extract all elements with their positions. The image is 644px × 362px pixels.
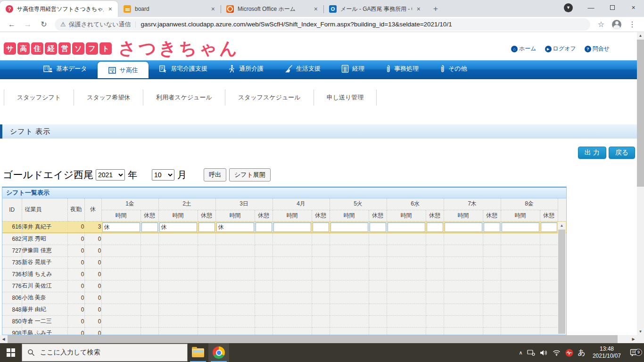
shift-break-input[interactable] <box>370 222 386 232</box>
horizontal-scrollbar-thumb[interactable] <box>8 335 618 343</box>
table-scrollbar[interactable]: ▲ <box>558 222 566 335</box>
call-button[interactable]: 呼出 <box>204 168 226 181</box>
tab-close-icon[interactable]: × <box>416 5 421 13</box>
shift-break-input[interactable] <box>484 222 500 232</box>
scroll-left-icon[interactable]: ◀ <box>0 335 7 343</box>
start-button[interactable] <box>0 343 22 362</box>
nav-item-基本データ[interactable]: 基本データ <box>33 59 98 78</box>
nav-item-居宅介護支援[interactable]: 居宅介護支援 <box>149 59 218 78</box>
insecure-warning-icon[interactable]: ⚠ <box>60 21 66 28</box>
taskbar-chrome-button[interactable] <box>208 343 229 362</box>
volume-icon[interactable] <box>540 350 548 356</box>
earthquake-alert-icon[interactable] <box>565 349 574 357</box>
bookmark-star-icon[interactable]: ☆ <box>594 18 608 31</box>
forward-button[interactable]: → <box>21 18 34 31</box>
tablet-mode-icon[interactable] <box>527 350 536 356</box>
scroll-up-icon[interactable]: ▲ <box>558 222 566 229</box>
nav-item-通所介護[interactable]: 通所介護 <box>218 59 274 78</box>
table-row[interactable]: 850寺倉 一二三00 <box>2 315 566 327</box>
shift-time-input[interactable]: 休 <box>102 222 140 232</box>
cell-day-break <box>540 233 558 245</box>
shift-break-input[interactable] <box>313 222 329 232</box>
vertical-scrollbar-thumb[interactable] <box>637 40 644 187</box>
table-scrollbar-thumb[interactable] <box>558 230 565 334</box>
shift-break-input[interactable] <box>427 222 443 232</box>
table-row[interactable]: 616澤井 真紀子03休休休 <box>2 221 566 233</box>
back-button[interactable]: ← <box>5 18 18 31</box>
nav-item-生活支援[interactable]: 生活支援 <box>274 59 331 78</box>
vertical-scrollbar[interactable]: ▲ ▼ <box>637 32 644 335</box>
ime-indicator[interactable]: あ <box>578 348 586 358</box>
scroll-right-icon[interactable]: ▶ <box>630 335 637 343</box>
browser-tab[interactable]: Microsoft Office ホーム× <box>221 1 323 17</box>
shift-break-input[interactable] <box>198 222 215 232</box>
tab-close-icon[interactable]: × <box>210 5 216 13</box>
month-select[interactable]: 10 <box>152 169 174 181</box>
profile-avatar[interactable] <box>612 20 621 29</box>
cell-day-time <box>101 256 140 268</box>
top-link-ログオフ[interactable]: ►ログオフ <box>545 45 576 53</box>
subnav-item-スタッフシフト[interactable]: スタッフシフト <box>4 90 74 106</box>
shift-time-input[interactable] <box>330 222 368 232</box>
subnav-item-利用者スケジュール[interactable]: 利用者スケジュール <box>143 90 225 106</box>
chrome-update-icon[interactable]: ▼ <box>564 3 573 12</box>
table-row[interactable]: 848藤井 由紀00 <box>2 304 566 315</box>
table-row[interactable]: 736杉浦 ちえみ00 <box>2 268 566 280</box>
minimize-button[interactable]: — <box>580 0 602 15</box>
tab-close-icon[interactable]: × <box>107 5 113 13</box>
browser-tab[interactable]: board× <box>118 1 221 17</box>
header-time: 時間 <box>501 210 540 221</box>
shift-time-input[interactable]: 休 <box>159 222 197 232</box>
top-link-ホーム[interactable]: ⌂ホーム <box>511 45 537 53</box>
back-page-button[interactable]: 戻る <box>609 147 635 159</box>
restore-button[interactable] <box>602 0 623 15</box>
shift-time-input[interactable] <box>273 222 311 232</box>
shift-time-input[interactable] <box>502 222 539 232</box>
tab-close-icon[interactable]: × <box>313 5 319 13</box>
horizontal-scrollbar[interactable]: ◀ ▶ <box>0 335 637 343</box>
table-row[interactable]: 908手島 ふみ子00 <box>2 327 566 335</box>
subnav-item-スタッフ希望休[interactable]: スタッフ希望休 <box>74 90 143 106</box>
url-text[interactable]: gasrv.japanwest.cloudapp.azure.com/web/S… <box>140 21 452 28</box>
outlook-favicon: O <box>329 5 337 13</box>
nav-item-サ高住[interactable]: サ高住 <box>98 62 149 78</box>
close-button[interactable]: × <box>623 0 644 15</box>
taskbar-search[interactable]: ここに入力して検索 <box>22 344 188 362</box>
table-row[interactable]: 727伊豫田 佳恵00 <box>2 245 566 256</box>
shift-expand-button[interactable]: シフト展開 <box>229 168 271 181</box>
nav-item-その他[interactable]: その他 <box>429 59 478 78</box>
browser-tab[interactable]: Oメール - GA西尾 事務所用 - Outloo× <box>323 1 426 17</box>
scroll-down-icon[interactable]: ▼ <box>637 328 644 335</box>
shift-break-input[interactable] <box>256 222 272 232</box>
shift-time-input[interactable] <box>445 222 482 232</box>
wifi-icon[interactable] <box>553 350 561 356</box>
shift-break-input[interactable] <box>541 222 557 232</box>
shift-break-input[interactable] <box>141 222 158 232</box>
nav-item-事務処理[interactable]: 事務処理 <box>375 59 429 78</box>
cell-day-time <box>387 292 426 304</box>
address-bar[interactable]: ⚠ 保護されていない通信 gasrv.japanwest.cloudapp.az… <box>55 18 590 31</box>
cell-day-break <box>312 245 330 256</box>
output-button[interactable]: 出 力 <box>578 147 606 159</box>
table-row[interactable]: 682河原 秀昭00 <box>2 233 566 245</box>
new-tab-button[interactable]: + <box>429 2 442 16</box>
table-row[interactable]: 735新谷 晃規子00 <box>2 256 566 268</box>
notification-badge: 9 <box>635 349 642 356</box>
subnav-item-スタッフスケジュール[interactable]: スタッフスケジュール <box>225 90 314 106</box>
year-select[interactable]: 2021 <box>96 169 125 181</box>
table-row[interactable]: 806小池 美奈00 <box>2 292 566 304</box>
scroll-up-icon[interactable]: ▲ <box>637 32 644 39</box>
taskbar-clock[interactable]: 13:48 2021/10/07 <box>590 346 624 360</box>
shift-time-input[interactable] <box>388 222 425 232</box>
top-link-問合せ[interactable]: ?問合せ <box>585 45 610 53</box>
subnav-item-申し送り管理[interactable]: 申し送り管理 <box>314 90 377 106</box>
action-center-button[interactable]: 9 <box>628 349 640 357</box>
nav-item-経理[interactable]: 経理 <box>331 59 375 78</box>
reload-button[interactable]: ↻ <box>37 18 50 31</box>
tray-expand-icon[interactable]: ∧ <box>519 350 523 356</box>
browser-menu-icon[interactable]: ⋮ <box>626 18 639 31</box>
taskbar-explorer-button[interactable] <box>188 343 208 362</box>
browser-tab[interactable]: ?サ高住専用経営ソフトさつきちゃん× <box>0 1 118 17</box>
shift-time-input[interactable]: 休 <box>216 222 254 232</box>
table-row[interactable]: 776石川 美佐江00 <box>2 280 566 292</box>
